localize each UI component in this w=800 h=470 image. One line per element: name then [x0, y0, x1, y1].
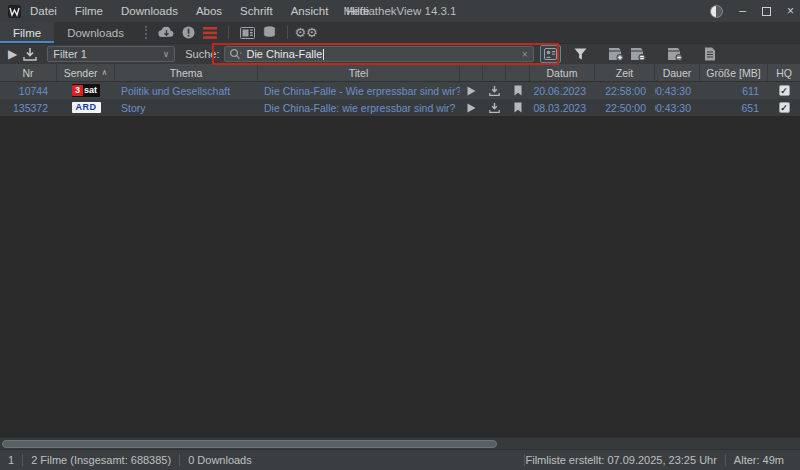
- status-download-count: 0 Downloads: [180, 454, 260, 466]
- cell-sender: 3sat: [57, 82, 115, 99]
- cell-hq: ✓: [768, 99, 800, 116]
- search-icon: [229, 48, 243, 60]
- mediathekview-window: Datei Filme Downloads Abos Schrift Ansic…: [0, 0, 800, 470]
- theme-toggle-icon[interactable]: [710, 5, 723, 18]
- cell-sender: ARD: [57, 99, 115, 116]
- search-input[interactable]: Die China-Falle ×: [224, 46, 534, 62]
- sort-ascending-icon: ∧: [102, 68, 108, 77]
- film-copy-button[interactable]: [627, 44, 649, 64]
- column-header-zeit[interactable]: Zeit: [595, 64, 655, 81]
- row-download-icon[interactable]: [483, 99, 506, 116]
- download-button[interactable]: [20, 44, 40, 64]
- chevron-down-icon: ∨: [163, 49, 170, 59]
- column-header-thema[interactable]: Thema: [115, 64, 258, 81]
- cell-datum: 08.03.2023: [530, 99, 595, 116]
- menu-downloads[interactable]: Downloads: [121, 5, 178, 17]
- filter-select[interactable]: Filter 1 ∨: [47, 46, 175, 62]
- cell-thema: Politik und Gesellschaft: [115, 82, 258, 99]
- dotted-separator: [145, 26, 147, 39]
- status-filmlist-age: Alter: 49m: [725, 454, 792, 466]
- cell-groesse: 651: [700, 99, 768, 116]
- menu-filme[interactable]: Filme: [75, 5, 103, 17]
- cell-dauer: 00:43:30: [655, 99, 700, 116]
- minimize-button[interactable]: –: [739, 5, 746, 17]
- window-controls: – ×: [710, 5, 794, 18]
- cell-hq: ✓: [768, 82, 800, 99]
- column-header-dauer[interactable]: Dauer: [655, 64, 700, 81]
- tab-filme[interactable]: Filme: [0, 22, 54, 43]
- film-delete-button[interactable]: [664, 44, 686, 64]
- sender-logo-ard: ARD: [72, 102, 101, 113]
- filmlist-red-menu-icon[interactable]: [199, 22, 221, 43]
- menu-datei[interactable]: Datei: [30, 5, 57, 17]
- row-bookmark-icon[interactable]: [506, 99, 530, 116]
- status-bar: 1 2 Filme (Insgesamt: 688385) 0 Download…: [0, 449, 800, 470]
- menu-schrift[interactable]: Schrift: [240, 5, 273, 17]
- column-header-groesse[interactable]: Größe [MB]: [700, 64, 768, 81]
- cell-dauer: 00:43:30: [655, 82, 700, 99]
- cell-nr: 10744: [0, 82, 57, 99]
- separator: [287, 26, 288, 39]
- cell-nr: 135372: [0, 99, 57, 116]
- hq-checkbox[interactable]: ✓: [779, 85, 790, 96]
- titlebar: Datei Filme Downloads Abos Schrift Ansic…: [0, 0, 800, 22]
- table-row[interactable]: 135372 ARD Story Die China-Falle: wie er…: [0, 99, 800, 116]
- tab-downloads[interactable]: Downloads: [54, 22, 137, 43]
- app-logo-icon: [8, 5, 21, 18]
- row-bookmark-icon[interactable]: [506, 82, 530, 99]
- cell-thema: Story: [115, 99, 258, 116]
- table-header: Nr Sender∧ Thema Titel Datum Zeit Dauer …: [0, 64, 800, 82]
- tab-bar: Filme Downloads ⚙⚙: [0, 22, 800, 44]
- column-header-bookmark[interactable]: [506, 64, 530, 81]
- load-filmlist-cloud-icon[interactable]: [155, 22, 177, 43]
- database-icon[interactable]: [258, 22, 280, 43]
- row-play-icon[interactable]: [460, 99, 483, 116]
- cell-zeit: 22:58:00: [595, 82, 655, 99]
- status-film-count: 2 Filme (Insgesamt: 688385): [23, 454, 180, 466]
- scrollbar-thumb[interactable]: [2, 440, 497, 448]
- menu-ansicht[interactable]: Ansicht: [291, 5, 329, 17]
- maximize-button[interactable]: [762, 7, 771, 16]
- search-scope-toggle-button[interactable]: [540, 45, 561, 63]
- row-play-icon[interactable]: [460, 82, 483, 99]
- column-header-nr[interactable]: Nr: [0, 64, 57, 81]
- cell-datum: 20.06.2023: [530, 82, 595, 99]
- cell-zeit: 22:50:00: [595, 99, 655, 116]
- cell-groesse: 611: [700, 82, 768, 99]
- hq-checkbox[interactable]: ✓: [779, 102, 790, 113]
- play-button[interactable]: ▶: [5, 44, 20, 64]
- clear-search-icon[interactable]: ×: [520, 49, 530, 60]
- filter-toolbar: ▶ Filter 1 ∨ Suche: Die China-Falle ×: [0, 44, 800, 64]
- menu-hilfe[interactable]: Hilfe: [346, 5, 369, 17]
- text-cursor: [323, 49, 324, 60]
- column-header-hq[interactable]: HQ: [768, 64, 800, 81]
- description-search-icon: [544, 48, 557, 60]
- film-info-icon[interactable]: [177, 22, 199, 43]
- horizontal-scrollbar[interactable]: [0, 437, 800, 449]
- column-header-play[interactable]: [460, 64, 483, 81]
- table-row[interactable]: 10744 3sat Politik und Gesellschaft Die …: [0, 82, 800, 99]
- column-header-titel[interactable]: Titel: [258, 64, 460, 81]
- info-panel-icon[interactable]: [236, 22, 258, 43]
- search-label: Suche:: [185, 48, 219, 60]
- close-button[interactable]: ×: [787, 5, 794, 17]
- show-filter-funnel-button[interactable]: [571, 44, 590, 64]
- film-add-button[interactable]: [605, 44, 627, 64]
- column-header-datum[interactable]: Datum: [530, 64, 595, 81]
- cell-titel: Die China-Falle - Wie erpressbar sind wi…: [258, 82, 460, 99]
- status-selected-count: 1: [8, 454, 23, 466]
- cell-titel: Die China-Falle: wie erpressbar sind wir…: [258, 99, 460, 116]
- separator: [228, 26, 229, 39]
- menu-abos[interactable]: Abos: [196, 5, 222, 17]
- table-empty-area[interactable]: [0, 116, 800, 437]
- row-download-icon[interactable]: [483, 82, 506, 99]
- filter-select-value: Filter 1: [53, 48, 87, 60]
- menubar: Datei Filme Downloads Abos Schrift Ansic…: [30, 5, 369, 17]
- search-value: Die China-Falle: [246, 48, 322, 60]
- column-header-sender[interactable]: Sender∧: [57, 64, 115, 81]
- blacklist-document-button[interactable]: [701, 44, 719, 64]
- status-filmlist-created: Filmliste erstellt: 07.09.2025, 23:25 Uh…: [524, 454, 724, 466]
- column-header-download[interactable]: [483, 64, 506, 81]
- sender-logo-3sat: 3sat: [72, 84, 100, 97]
- settings-gears-icon[interactable]: ⚙⚙: [295, 22, 317, 43]
